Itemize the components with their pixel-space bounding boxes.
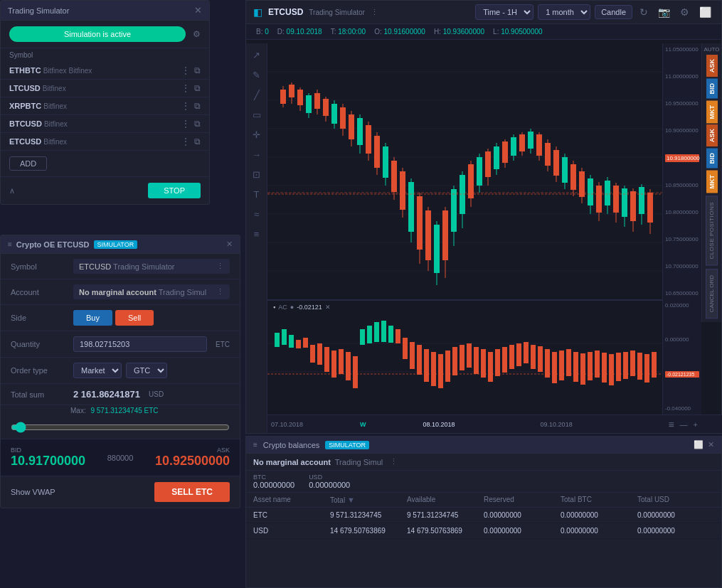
menu-icon-xrpbtc[interactable]: ⋮ (181, 101, 190, 111)
measure-tool[interactable]: ⊡ (249, 166, 264, 183)
quantity-input[interactable] (73, 336, 207, 352)
fullscreen-icon[interactable]: ⬜ (696, 5, 714, 19)
bid-right-button-2[interactable]: BID (706, 149, 718, 169)
t-value: 18:00:00 (338, 28, 366, 36)
oe-order-type-controls: Market Limit GTC IOC (73, 363, 230, 378)
indicator-tool[interactable]: ≈ (250, 205, 262, 223)
close-positions-button[interactable]: CLOSE POSITIONS (706, 196, 718, 265)
symbol-name-ethbtc: ETHBTC (9, 66, 41, 75)
filter-icon[interactable]: ▼ (347, 496, 355, 504)
plus-icon[interactable]: + (694, 420, 698, 429)
refresh-icon[interactable]: ↻ (637, 5, 651, 19)
arrow-tool[interactable]: → (248, 146, 265, 164)
spread-value: 880000 (85, 454, 155, 462)
time-range-select[interactable]: 1 month (538, 4, 590, 20)
line-tool[interactable]: ╱ (250, 86, 263, 104)
symbol-exchange-etcusd: Bitfinex (43, 138, 67, 146)
svg-rect-92 (630, 191, 636, 221)
osc-dot: ● (290, 304, 294, 311)
chart-right-panel: AUTO ASK BID MKT ASK BID MKT CLOSE POSIT… (701, 43, 721, 322)
oe-account-menu[interactable]: ⋮ (216, 287, 224, 296)
quantity-slider[interactable] (11, 422, 230, 433)
simulation-active-button[interactable]: Simulation is active (9, 26, 186, 42)
external-icon-xrpbtc[interactable]: ⧉ (194, 101, 201, 111)
menu-icon-ethbtc[interactable]: ⋮ (181, 65, 190, 75)
chart-menu-icon[interactable]: ⋮ (371, 8, 378, 17)
trading-simulator-close[interactable]: ✕ (194, 5, 202, 16)
minus-icon[interactable]: — (680, 420, 688, 429)
cancel-ord-button[interactable]: CANCEL ORD (706, 269, 718, 319)
svg-rect-48 (442, 210, 448, 260)
svg-rect-145 (595, 351, 600, 378)
svg-rect-136 (531, 345, 536, 369)
oe-close-icon[interactable]: ✕ (226, 240, 233, 249)
auto-label-top: AUTO (704, 45, 719, 54)
svg-rect-16 (306, 95, 312, 113)
stop-button[interactable]: STOP (148, 183, 201, 198)
cross-tool[interactable]: ✛ (249, 126, 264, 144)
osc-current-price: -0.02121235 (665, 371, 699, 378)
sell-button[interactable]: Sell (115, 310, 154, 326)
svg-rect-12 (289, 85, 294, 97)
osc-close-icon[interactable]: ✕ (325, 304, 331, 311)
time-period-select[interactable]: Time - 1H (475, 4, 533, 20)
balances-account-menu[interactable]: ⋮ (390, 457, 398, 466)
cursor-tool[interactable]: ↗ (249, 46, 264, 64)
bid-right-button[interactable]: BID (706, 79, 718, 99)
price-level-4: 10.90000000 (665, 127, 699, 134)
candle-type-button[interactable]: Candle (595, 5, 632, 19)
rect-tool[interactable]: ▭ (249, 106, 265, 124)
symbol-name-btcusd: BTCUSD (9, 119, 42, 128)
text-tool[interactable]: T (250, 186, 263, 203)
add-symbol-button[interactable]: ADD (9, 156, 47, 171)
menu-icon-btcusd[interactable]: ⋮ (181, 119, 190, 129)
oe-account-selector[interactable]: No marginal account Trading Simul ⋮ (73, 284, 230, 299)
order-type-select[interactable]: Market Limit (73, 363, 122, 378)
external-icon-ltcusd[interactable]: ⧉ (194, 83, 201, 93)
camera-icon[interactable]: 📷 (655, 5, 673, 19)
svg-rect-90 (622, 188, 627, 217)
close-balances-icon[interactable]: ✕ (708, 440, 714, 449)
balances-account-sub: Trading Simul (335, 458, 383, 466)
svg-rect-144 (588, 352, 593, 380)
mkt-right-button-2[interactable]: MKT (706, 171, 718, 193)
sell-etc-button[interactable]: SELL ETC (154, 482, 230, 502)
ask-right-button[interactable]: ASK (706, 55, 718, 77)
time-in-force-select[interactable]: GTC IOC (126, 363, 167, 378)
pencil-tool[interactable]: ✎ (249, 66, 264, 84)
svg-rect-114 (374, 322, 379, 342)
menu-icon-ltcusd[interactable]: ⋮ (181, 83, 190, 93)
list-tool[interactable]: ≡ (250, 225, 263, 243)
svg-rect-148 (616, 353, 621, 381)
external-icon-etcusd[interactable]: ⧉ (194, 137, 201, 146)
collapse-icon[interactable]: ∧ (9, 186, 15, 196)
table-header: Asset name Total ▼ Available Reserved To… (246, 493, 721, 508)
svg-rect-126 (460, 345, 464, 370)
price-level-2: 11.00000000 (665, 73, 699, 80)
osc-level-1: 0.020000 (665, 302, 699, 309)
oe-side-buttons: Buy Sell (73, 310, 154, 326)
svg-rect-10 (280, 90, 286, 104)
ask-right-button-2[interactable]: ASK (706, 124, 718, 146)
oe-symbol-menu[interactable]: ⋮ (216, 262, 224, 271)
oe-total-sum-row: Total sum 2 161.86241871 USD (1, 384, 240, 405)
svg-rect-56 (477, 157, 482, 186)
balances-account-row: No marginal account Trading Simul ⋮ (246, 454, 721, 471)
usd-label: USD (309, 474, 350, 481)
o-value: 10.91600000 (383, 28, 425, 36)
quantity-unit: ETC (216, 341, 230, 348)
svg-rect-147 (609, 354, 614, 385)
external-icon-btcusd[interactable]: ⧉ (194, 119, 201, 129)
menu-icon-etcusd[interactable]: ⋮ (181, 137, 190, 146)
minimize-icon[interactable]: ⬜ (694, 440, 704, 449)
simulator-footer: ∧ STOP (1, 176, 209, 204)
settings-chart-icon[interactable]: ⚙ (677, 5, 692, 19)
oe-symbol-selector[interactable]: ETCUSD Trading Simulator ⋮ (73, 259, 230, 274)
mkt-right-button[interactable]: MKT (706, 101, 718, 124)
col-total-usd: Total USD (637, 496, 714, 504)
layers-icon[interactable]: ≡ (668, 419, 674, 430)
buy-button[interactable]: Buy (73, 310, 112, 326)
svg-rect-44 (425, 210, 431, 260)
external-icon-ethbtc[interactable]: ⧉ (194, 65, 201, 75)
settings-icon[interactable]: ⚙ (193, 29, 201, 39)
